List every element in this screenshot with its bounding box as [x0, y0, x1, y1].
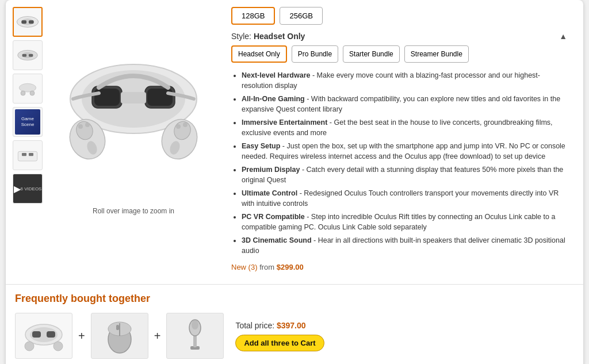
storage-128gb-button[interactable]: 128GB: [231, 7, 275, 25]
bundle-headset-only-button[interactable]: Headset Only: [231, 45, 287, 63]
svg-point-10: [30, 91, 35, 95]
add-all-to-cart-button[interactable]: Add all three to Cart: [235, 335, 324, 351]
thumbnail-5[interactable]: [13, 140, 43, 170]
feature-item-2: All-In-One Gaming - With backward compat…: [242, 94, 567, 114]
bundle-info: Total price: $397.00 Add all three to Ca…: [235, 321, 324, 351]
total-price-line: Total price: $397.00: [235, 321, 324, 330]
videos-label: 6 VIDEOS: [21, 186, 42, 191]
svg-rect-20: [121, 92, 146, 104]
thumbnail-3[interactable]: [13, 74, 43, 104]
bundle-product-1: [15, 313, 72, 359]
total-price-value: $397.00: [277, 321, 306, 330]
feature-item-1: Next-level Hardware - Make every move co…: [242, 71, 567, 91]
svg-point-29: [183, 122, 188, 127]
svg-point-44: [192, 320, 198, 329]
feature-item-4: Easy Setup - Just open the box, set up w…: [242, 141, 567, 162]
left-panel: GameScene ▶ 6 VIDEOS: [13, 7, 220, 278]
svg-rect-2: [21, 20, 26, 24]
svg-point-23: [78, 124, 83, 129]
svg-rect-12: [22, 153, 26, 156]
thumbnail-4[interactable]: GameScene: [13, 107, 43, 137]
play-icon: ▶: [14, 183, 21, 194]
svg-rect-3: [29, 20, 34, 24]
bundle-products-row: + +: [15, 313, 574, 359]
main-product-image: [47, 7, 220, 202]
svg-point-8: [19, 83, 36, 92]
thumbnail-video[interactable]: ▶ 6 VIDEOS: [13, 174, 43, 204]
svg-point-24: [85, 122, 90, 127]
svg-rect-6: [22, 54, 26, 57]
from-label: from: [259, 263, 277, 271]
total-label: Total price:: [235, 321, 274, 330]
product-price: $299.00: [277, 263, 304, 271]
svg-rect-11: [18, 151, 37, 161]
chevron-up-icon[interactable]: ▲: [559, 32, 567, 41]
svg-rect-40: [116, 325, 119, 330]
features-list: Next-level Hardware - Make every move co…: [231, 71, 567, 256]
bottom-section: Frequently bought together +: [6, 284, 583, 364]
frequently-bought-title: Frequently bought together: [15, 293, 574, 305]
svg-rect-17: [94, 89, 120, 106]
svg-rect-19: [147, 89, 173, 106]
new-link[interactable]: New (3): [231, 263, 258, 271]
zoom-text: Roll over image to zoom in: [93, 207, 174, 215]
svg-rect-34: [47, 331, 55, 338]
bundle-pro-button[interactable]: Pro Bundle: [292, 45, 338, 63]
thumbnail-list: GameScene ▶ 6 VIDEOS: [13, 7, 43, 278]
main-image-area: Roll over image to zoom in: [47, 7, 220, 278]
bundle-starter-button[interactable]: Starter Bundle: [343, 45, 400, 63]
svg-point-28: [176, 124, 181, 129]
bundle-product-3: [166, 313, 224, 359]
thumbnail-2[interactable]: [13, 40, 43, 70]
bundle-options: Headset Only Pro Bundle Starter Bundle S…: [231, 45, 567, 63]
storage-options: 128GB 256GB: [231, 7, 567, 25]
right-panel: 128GB 256GB Style: Headset Only ▲ Headse…: [220, 7, 576, 278]
style-value-text: Headset Only: [254, 32, 305, 41]
feature-item-5: Premium Display - Catch every detail wit…: [242, 165, 567, 185]
svg-point-35: [25, 342, 34, 351]
bundle-product-2: [91, 313, 148, 359]
thumbnail-1[interactable]: [13, 7, 43, 37]
feature-item-7: PC VR Compatible - Step into incredible …: [242, 212, 567, 232]
svg-rect-33: [32, 331, 41, 338]
feature-item-3: Immersive Entertainment - Get the best s…: [242, 118, 567, 138]
storage-256gb-button[interactable]: 256GB: [280, 7, 322, 25]
plus-2: +: [154, 329, 161, 343]
svg-point-36: [53, 342, 63, 351]
style-label-text: Style:: [231, 32, 251, 41]
svg-point-9: [21, 91, 25, 95]
price-line: New (3) from $299.00: [231, 263, 567, 271]
style-label-row: Style: Headset Only ▲: [231, 32, 567, 41]
feature-item-8: 3D Cinematic Sound - Hear in all directi…: [242, 236, 567, 256]
feature-item-6: Ultimate Control - Redesigned Oculus Tou…: [242, 189, 567, 209]
plus-1: +: [78, 329, 85, 343]
bundle-streamer-button[interactable]: Streamer Bundle: [404, 45, 469, 63]
svg-rect-7: [29, 54, 33, 57]
svg-rect-13: [29, 153, 33, 156]
